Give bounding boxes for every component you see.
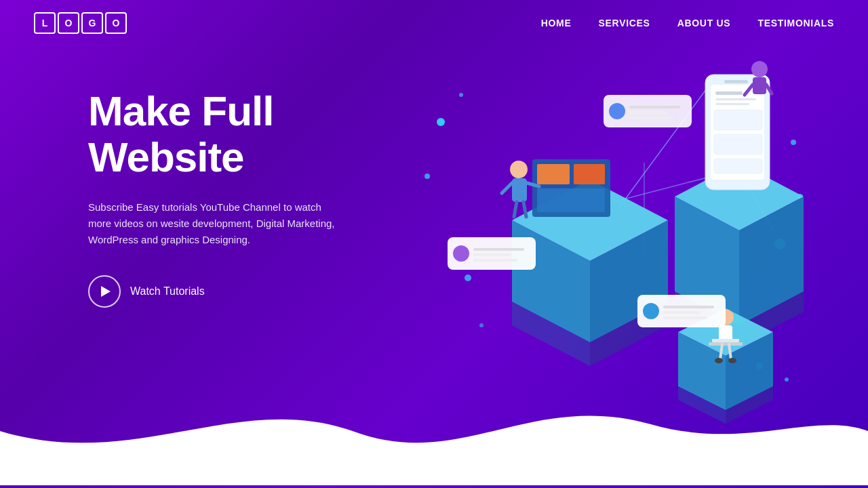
nav-link-services[interactable]: SERVICES [599,18,650,28]
svg-rect-69 [663,317,707,319]
svg-point-58 [715,358,723,363]
svg-point-61 [453,245,469,262]
svg-rect-32 [715,98,756,100]
svg-rect-44 [574,164,605,184]
svg-rect-62 [473,248,524,251]
svg-point-9 [791,140,796,145]
svg-rect-34 [714,110,762,130]
svg-point-7 [465,274,471,281]
logo-o1: O [58,12,79,34]
svg-rect-31 [715,92,743,95]
nav-links: HOME SERVICES ABOUT US TESTIMONIALS [541,17,834,29]
logo-o2: O [105,12,127,34]
svg-rect-36 [714,159,762,174]
nav-item-home[interactable]: HOME [541,17,572,29]
svg-rect-55 [712,339,739,342]
nav-item-about[interactable]: ABOUT US [677,17,731,29]
nav-item-testimonials[interactable]: TESTIMONIALS [757,17,834,29]
svg-point-8 [479,323,484,327]
svg-point-46 [510,161,528,178]
svg-rect-47 [512,178,527,202]
navbar: L O G O HOME SERVICES ABOUT US TESTIMONI… [0,0,868,46]
nav-item-services[interactable]: SERVICES [599,17,650,29]
svg-point-59 [728,358,736,363]
svg-rect-54 [709,342,743,346]
svg-rect-37 [724,80,748,83]
svg-point-38 [751,61,768,77]
nav-link-about[interactable]: ABOUT US [677,18,731,28]
hero-section: L O G O HOME SERVICES ABOUT US TESTIMONI… [0,0,868,488]
svg-rect-39 [753,77,766,94]
hero-subtitle: Subscribe Easy tutorials YouTube Channel… [88,199,346,248]
play-circle-icon [88,275,121,308]
logo: L O G O [34,12,127,34]
svg-point-6 [785,378,789,382]
hero-content: Make Full Website Subscribe Easy tutoria… [88,88,427,308]
svg-point-71 [609,103,625,119]
svg-line-48 [502,183,512,193]
svg-rect-63 [473,253,511,256]
play-triangle-icon [101,286,111,297]
hero-illustration [407,41,827,434]
svg-rect-74 [629,117,673,119]
logo-g: G [81,12,103,34]
nav-link-testimonials[interactable]: TESTIMONIALS [757,18,834,28]
svg-rect-68 [663,311,701,314]
svg-rect-72 [629,106,680,108]
illustration-svg [407,41,827,434]
svg-rect-64 [473,259,517,262]
nav-link-home[interactable]: HOME [541,18,572,28]
logo-l: L [34,12,56,34]
svg-point-66 [643,303,659,319]
svg-rect-67 [663,306,714,308]
svg-rect-33 [715,103,749,105]
hero-title: Make Full Website [88,88,427,180]
watch-tutorials-label: Watch Tutorials [130,285,205,298]
svg-rect-35 [714,134,762,155]
svg-line-50 [514,202,517,217]
watch-tutorials-button[interactable]: Watch Tutorials [88,275,205,308]
svg-rect-73 [629,111,667,114]
svg-point-0 [437,118,445,126]
svg-point-2 [459,93,463,97]
svg-rect-45 [537,188,605,212]
svg-rect-43 [537,164,570,184]
